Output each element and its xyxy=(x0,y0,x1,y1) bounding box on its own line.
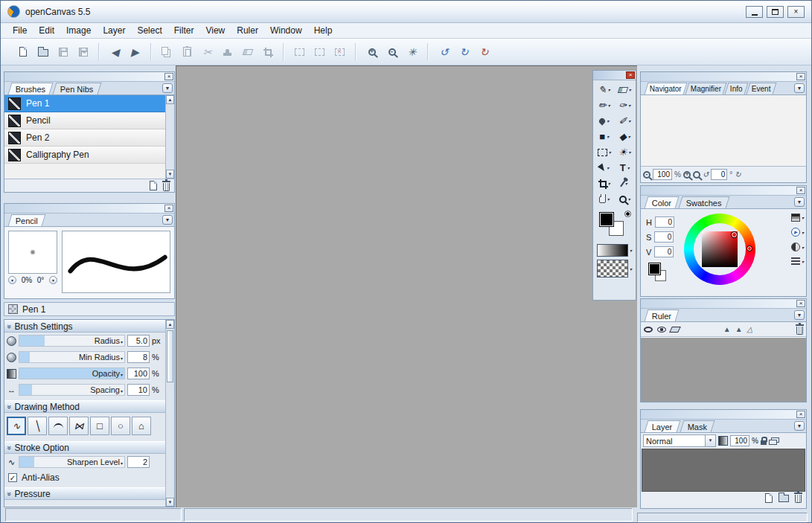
gradient-dropdown-icon[interactable]: ▾ xyxy=(630,248,632,253)
section-pressure[interactable]: » Pressure xyxy=(4,487,165,500)
menu-window[interactable]: Window xyxy=(264,23,308,38)
nav-zoom-value[interactable]: 100 xyxy=(653,169,672,180)
text-tool[interactable]: T▾ xyxy=(615,160,636,176)
foreground-color-swatch[interactable] xyxy=(648,263,661,275)
close-panel-icon[interactable]: × xyxy=(796,300,805,307)
menu-help[interactable]: Help xyxy=(308,23,339,38)
polyline-method-button[interactable]: ⋈ xyxy=(69,417,89,435)
section-stroke-option[interactable]: » Stroke Option xyxy=(4,441,165,454)
triangle-ruler-1-button[interactable]: ▲ xyxy=(723,325,731,333)
new-layer-button[interactable] xyxy=(765,493,773,503)
menu-ruler[interactable]: Ruler xyxy=(231,23,264,38)
menu-image[interactable]: Image xyxy=(60,23,97,38)
scroll-down-icon[interactable]: ▼ xyxy=(166,170,174,179)
select-rectangle-tool[interactable]: ▾ xyxy=(594,144,615,160)
brush-item-pen-1[interactable]: Pen 1 xyxy=(4,95,165,112)
tab-pencil[interactable]: Pencil xyxy=(8,214,46,226)
scroll-up-icon[interactable]: ▲ xyxy=(166,320,174,329)
move-selection-button[interactable] xyxy=(310,42,330,62)
tab-layer[interactable]: Layer xyxy=(645,420,680,432)
stamp-button[interactable] xyxy=(217,42,237,62)
tip-roundness-value[interactable]: 0% xyxy=(22,276,32,284)
nav-zoom-out-icon[interactable] xyxy=(643,171,650,179)
tip-angle-value[interactable]: 0° xyxy=(37,276,45,284)
delete-ruler-button[interactable] xyxy=(796,327,803,335)
menu-file[interactable]: File xyxy=(7,23,33,38)
value-value[interactable]: 0 xyxy=(654,246,674,257)
tab-pen-nibs[interactable]: Pen Nibs xyxy=(53,83,102,94)
nav-rotation-value[interactable]: 0 xyxy=(711,169,727,180)
new-document-button[interactable] xyxy=(13,42,33,62)
panel-menu-button[interactable]: ▼ xyxy=(794,83,805,93)
curve-method-button[interactable] xyxy=(48,417,68,435)
layers-stack-icon[interactable] xyxy=(769,440,777,445)
transform-button[interactable] xyxy=(258,42,278,62)
pen-tool[interactable]: ✏▾ xyxy=(594,97,615,113)
open-button[interactable] xyxy=(33,42,53,62)
close-panel-icon[interactable]: × xyxy=(796,73,805,80)
circle-mode-button[interactable]: ▾ xyxy=(791,243,804,251)
spacing-slider[interactable]: Spacing ▾ xyxy=(19,384,125,396)
wheel-mode-button[interactable]: ▶▾ xyxy=(791,228,804,237)
pencil-tool[interactable]: ✎▾ xyxy=(594,82,615,97)
panel-menu-button[interactable]: ▼ xyxy=(162,83,173,93)
perspective-ruler-button[interactable] xyxy=(644,327,653,333)
watercolor-tool[interactable]: ▾ xyxy=(594,113,615,129)
blend-mode-select[interactable]: Normal ▼ xyxy=(643,434,716,447)
deselect-button[interactable]: × xyxy=(330,42,350,62)
back-button[interactable]: ◀ xyxy=(105,42,125,62)
zoom-out-button[interactable] xyxy=(382,42,402,62)
select-rectangle-button[interactable] xyxy=(290,42,310,62)
layer-list-area[interactable] xyxy=(642,449,805,492)
section-brush-settings[interactable]: » Brush Settings xyxy=(4,320,165,333)
radius-value[interactable]: 5.0 xyxy=(127,335,150,347)
nav-rotate-left-icon[interactable]: ↺ xyxy=(703,170,709,179)
nav-zoom-reset-icon[interactable] xyxy=(693,171,700,179)
tool-dropdown-icon[interactable]: ▾ xyxy=(629,150,631,155)
save-as-button[interactable]: ✎ xyxy=(73,42,93,62)
tool-dropdown-icon[interactable]: ▾ xyxy=(609,150,611,155)
toolbox-header[interactable]: × xyxy=(593,71,636,80)
close-panel-icon[interactable]: × xyxy=(796,411,805,418)
saturation-value[interactable]: 0 xyxy=(654,231,674,243)
combo-dropdown-icon[interactable]: ▼ xyxy=(705,435,715,446)
minimize-button[interactable] xyxy=(746,6,763,18)
current-brush-bar[interactable]: Pen 1 xyxy=(4,302,175,316)
polygon-method-button[interactable]: ⌂ xyxy=(132,417,151,435)
hue-wheel[interactable] xyxy=(684,214,755,285)
ellipse-method-button[interactable]: ○ xyxy=(111,417,130,435)
copy-button[interactable] xyxy=(157,42,177,62)
magic-wand-tool[interactable]: ☀▾ xyxy=(615,144,636,160)
rectangle-method-button[interactable]: □ xyxy=(90,417,109,435)
settings-scrollbar[interactable]: ▲ ▼ xyxy=(165,320,174,507)
tool-dropdown-icon[interactable]: ▾ xyxy=(627,165,630,170)
saturation-value-square[interactable] xyxy=(702,231,738,267)
brush-list-scrollbar[interactable]: ▲ ▼ xyxy=(165,95,174,179)
menu-filter[interactable]: Filter xyxy=(168,23,200,38)
spacing-value[interactable]: 10 xyxy=(127,384,150,396)
sharpen-level-value[interactable]: 2 xyxy=(127,456,150,468)
inking-pen-tool[interactable]: ✑▾ xyxy=(615,97,636,113)
nav-reset-rotation-icon[interactable]: ↻ xyxy=(735,170,741,179)
new-brush-button[interactable] xyxy=(150,181,157,190)
tab-magnifier[interactable]: Magnifier xyxy=(685,83,726,94)
undo-button[interactable]: ↺ xyxy=(434,42,454,62)
menu-edit[interactable]: Edit xyxy=(33,23,60,38)
anti-alias-checkbox[interactable]: ✓ xyxy=(8,473,17,482)
delete-layer-button[interactable] xyxy=(795,495,802,503)
pattern-preview[interactable] xyxy=(597,260,628,277)
cut-button[interactable]: ✂ xyxy=(197,42,217,62)
zoom-tool[interactable]: ▾ xyxy=(615,191,636,207)
toolbox-close-button[interactable]: × xyxy=(626,71,635,79)
eraser-button[interactable] xyxy=(237,42,258,62)
brush-tool[interactable]: ✐▾ xyxy=(615,113,636,129)
tool-dropdown-icon[interactable]: ▾ xyxy=(607,118,609,123)
tool-dropdown-icon[interactable]: ▾ xyxy=(608,103,610,108)
pattern-dropdown-icon[interactable]: ▾ xyxy=(630,266,632,272)
tool-dropdown-icon[interactable]: ▾ xyxy=(607,165,609,170)
close-panel-icon[interactable]: × xyxy=(164,73,173,80)
rotate-view-button[interactable]: ↻ xyxy=(474,42,494,62)
canvas-area[interactable] xyxy=(176,65,637,507)
tab-navigator[interactable]: Navigator xyxy=(645,83,688,94)
rgb-bars-mode-button[interactable]: ▾ xyxy=(791,214,804,222)
